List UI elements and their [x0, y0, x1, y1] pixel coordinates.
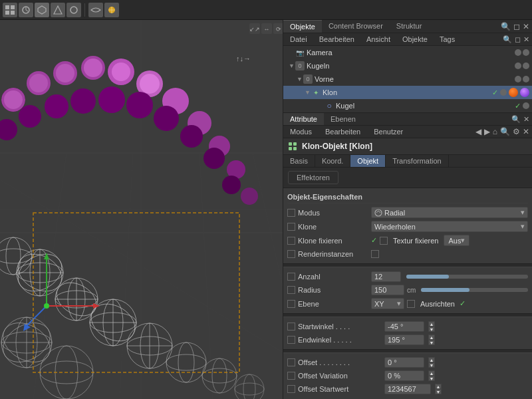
klone-value[interactable]: Wiederholen ▾: [371, 221, 528, 232]
vis-check: ✓: [492, 88, 498, 97]
attr-search2-icon[interactable]: 🔍: [500, 127, 510, 136]
tab-objekte[interactable]: Objekte: [283, 20, 322, 33]
tree-label: Vorne: [315, 75, 515, 83]
tree-search-icon[interactable]: 🔍: [503, 35, 512, 44]
right-panel: Objekte Content Browser Struktur 🔍 ◻ ✕ D…: [283, 20, 532, 399]
attr-settings-icon[interactable]: ⚙: [513, 127, 520, 136]
toolbar-icon-2[interactable]: [19, 3, 33, 17]
search-icon[interactable]: 🔍: [501, 22, 511, 31]
attr-modus[interactable]: Modus: [286, 127, 316, 136]
end-label: Endwinkel . . . . .: [298, 336, 384, 344]
tree-item-klon[interactable]: ▼ ✦ Klon ✓: [283, 86, 532, 99]
anzahl-checkbox[interactable]: [287, 273, 295, 281]
close-panel-icon[interactable]: ✕: [523, 22, 529, 31]
toolbar-icon-3[interactable]: [35, 3, 49, 17]
attr-close2-icon[interactable]: ✕: [523, 127, 529, 136]
offsetvar-input-row: ▲ ▼: [384, 370, 528, 381]
tab-content-browser[interactable]: Content Browser: [322, 20, 390, 33]
klone-dropdown[interactable]: Wiederholen ▾: [371, 221, 528, 232]
attr-arrow-left-icon[interactable]: ◀: [475, 127, 481, 136]
offset-up[interactable]: ▲: [428, 357, 435, 362]
offsetvar-down[interactable]: ▼: [428, 376, 435, 381]
klonefix-label: Klone fixieren: [298, 237, 371, 245]
tab-struktur[interactable]: Struktur: [390, 20, 429, 33]
start-down[interactable]: ▼: [428, 327, 435, 332]
tree-window-icon[interactable]: ◻: [515, 35, 521, 44]
ebene-dropdown[interactable]: XY ▾: [371, 298, 404, 309]
toolbar-icon-4[interactable]: [51, 3, 65, 17]
offsetstart-down[interactable]: ▼: [435, 389, 442, 394]
texturfix-dropdown[interactable]: Aus ▾: [444, 235, 469, 246]
toolbar-ansicht[interactable]: Ansicht: [362, 35, 394, 44]
tree-item-kugeln[interactable]: ▼ 0 Kugeln: [283, 59, 532, 72]
viewport[interactable]: ↙↗ ↔ ⟳ ↑↓→: [0, 20, 283, 399]
toolbar-icon-7[interactable]: [104, 3, 119, 17]
subtab-basis[interactable]: Basis: [283, 155, 315, 167]
end-down[interactable]: ▼: [428, 340, 435, 345]
attr-search-icon[interactable]: 🔍: [511, 115, 521, 124]
modus-dropdown[interactable]: Radial ▾: [371, 207, 528, 218]
anzahl-slider[interactable]: [406, 275, 528, 279]
toolbar-objekte[interactable]: Objekte: [398, 35, 432, 44]
offset-input[interactable]: [384, 357, 424, 368]
tree-item-kugel[interactable]: ○ Kugel ✓: [283, 99, 532, 112]
attr-close-icon[interactable]: ✕: [523, 115, 529, 124]
window-icon[interactable]: ◻: [513, 22, 520, 31]
start-input[interactable]: [384, 321, 424, 332]
offsetvar-stepper: ▲ ▼: [428, 370, 435, 381]
render-check2[interactable]: [371, 250, 379, 258]
effektoren-btn[interactable]: Effektoren: [288, 171, 338, 184]
toolbar-icon-5[interactable]: [66, 3, 81, 17]
tree-item-kamera[interactable]: 📷 Kamera: [283, 46, 532, 59]
attr-arrow-right-icon[interactable]: ▶: [484, 127, 490, 136]
subtab-objekt[interactable]: Objekt: [350, 155, 386, 167]
vis-dot: [515, 49, 521, 56]
offset-checkbox[interactable]: [287, 358, 295, 366]
offset-down[interactable]: ▼: [428, 362, 435, 368]
render-checkbox[interactable]: [287, 250, 295, 258]
svg-rect-2: [5, 11, 9, 15]
end-up[interactable]: ▲: [428, 334, 435, 340]
attr-benutzer[interactable]: Benutzer: [370, 127, 407, 136]
ebene-input-row: XY ▾ Ausrichten ✓: [371, 298, 528, 309]
subtab-transformation[interactable]: Transformation: [386, 155, 449, 167]
offsetvar-up[interactable]: ▲: [428, 370, 435, 376]
offsetstart-up[interactable]: ▲: [435, 384, 442, 389]
tree-close-icon[interactable]: ✕: [523, 35, 529, 44]
modus-value[interactable]: Radial ▾: [371, 207, 528, 218]
modus-checkbox[interactable]: [287, 209, 295, 217]
svg-text:↙↗: ↙↗: [249, 26, 260, 33]
tree-item-vorne[interactable]: ▼ 0 Vorne: [283, 72, 532, 86]
toolbar-tags[interactable]: Tags: [436, 35, 459, 44]
anzahl-input[interactable]: [371, 271, 401, 282]
prop-render: Renderinstanzen: [287, 247, 528, 261]
subtab-koord[interactable]: Koord.: [315, 155, 350, 167]
ebene-checkbox[interactable]: [287, 300, 295, 308]
klonefix-checkbox[interactable]: [287, 237, 295, 245]
radius-input[interactable]: [371, 285, 404, 295]
start-checkbox[interactable]: [287, 323, 295, 331]
content-area: ↙↗ ↔ ⟳ ↑↓→ Objekte Content Browser Struk…: [0, 20, 532, 399]
toolbar-bearbeiten[interactable]: Bearbeiten: [315, 35, 358, 44]
texturfix-label: Textur fixieren: [393, 237, 438, 245]
toolbar-datei[interactable]: Datei: [286, 35, 311, 44]
offsetstart-checkbox[interactable]: [287, 385, 295, 393]
offsetstart-input[interactable]: [384, 384, 431, 394]
svg-point-26: [84, 59, 102, 77]
tab-ebenen[interactable]: Ebenen: [324, 113, 362, 125]
end-checkbox[interactable]: [287, 336, 295, 344]
toolbar-icon-6[interactable]: [88, 3, 103, 17]
offsetvar-input[interactable]: [384, 370, 424, 381]
tab-attribute[interactable]: Attribute: [283, 113, 324, 125]
texturfix-checkbox[interactable]: [380, 237, 388, 245]
offsetvar-checkbox[interactable]: [287, 372, 295, 380]
radius-slider[interactable]: [421, 288, 528, 292]
klone-checkbox[interactable]: [287, 223, 295, 231]
attr-func-icon[interactable]: ⌂: [493, 127, 497, 136]
attr-bearbeiten[interactable]: Bearbeiten: [321, 127, 364, 136]
toolbar-icon-1[interactable]: [3, 3, 17, 17]
start-up[interactable]: ▲: [428, 321, 435, 327]
radius-checkbox[interactable]: [287, 286, 295, 294]
end-input[interactable]: [384, 334, 424, 345]
ausrichten-checkbox[interactable]: [407, 300, 415, 308]
